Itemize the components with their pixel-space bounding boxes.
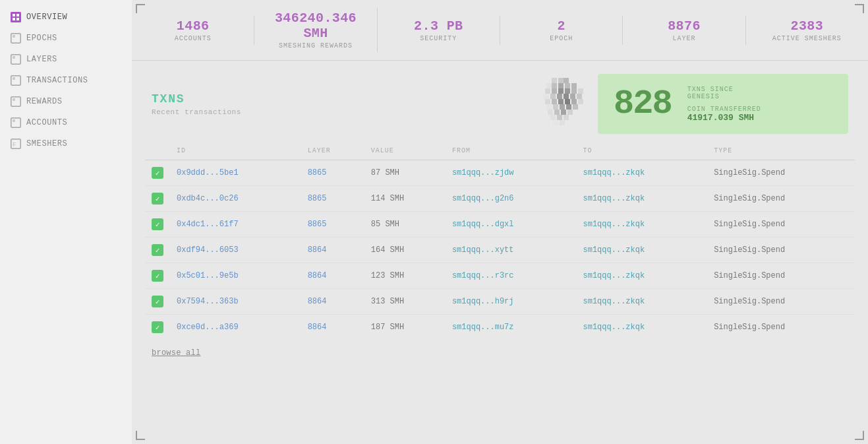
- tx-id-link-6[interactable]: 0xce0d...a369: [177, 323, 239, 332]
- stat-security-label: Security: [384, 35, 493, 42]
- check-icon-5: ✓: [152, 296, 163, 307]
- tx-from-link-0[interactable]: sm1qqq...zjdw: [452, 168, 514, 177]
- tx-to-link-1[interactable]: sm1qqq...zkqk: [583, 194, 645, 203]
- col-value: Value: [364, 144, 446, 160]
- svg-rect-56: [553, 120, 558, 125]
- svg-rect-25: [571, 83, 577, 88]
- svg-rect-19: [558, 78, 564, 83]
- row-from-0: sm1qqq...zjdw: [446, 160, 577, 186]
- svg-rect-49: [548, 110, 553, 115]
- sidebar-item-epochs[interactable]: Epochs: [0, 28, 132, 49]
- tx-from-link-3[interactable]: sm1qqq...xytt: [452, 245, 514, 255]
- corner-bracket-br: [855, 431, 864, 440]
- corner-bracket-tl: [136, 4, 145, 13]
- tx-to-link-4[interactable]: sm1qqq...zkqk: [583, 271, 645, 280]
- row-value-6: 187 SMH: [364, 315, 446, 340]
- tx-from-link-4[interactable]: sm1qqq...r3rc: [452, 271, 514, 280]
- svg-rect-30: [571, 88, 577, 94]
- tx-from-link-2[interactable]: sm1qqq...dgxl: [452, 220, 514, 229]
- col-from: From: [446, 144, 577, 160]
- row-check-0: ✓: [145, 160, 170, 186]
- row-type-5: SingleSig.Spend: [707, 289, 855, 315]
- tx-layer-link-3[interactable]: 8864: [308, 245, 327, 255]
- stat-epoch-label: Epoch: [507, 35, 616, 42]
- tx-layer-link-5[interactable]: 8864: [308, 297, 327, 306]
- svg-rect-1: [13, 14, 15, 16]
- row-layer-6: 8864: [301, 315, 364, 340]
- tx-id-link-0[interactable]: 0x9ddd...5be1: [177, 168, 239, 177]
- row-type-0: SingleSig.Spend: [707, 160, 855, 186]
- sidebar-item-overview[interactable]: Overview: [0, 7, 132, 28]
- stats-bar: 1486 Accounts 346240.346 SMH Smeshing Re…: [132, 0, 868, 61]
- tx-id-link-2[interactable]: 0x4dc1...61f7: [177, 220, 239, 229]
- svg-rect-42: [571, 99, 577, 104]
- svg-rect-37: [577, 94, 582, 99]
- svg-rect-2: [16, 14, 19, 16]
- row-from-5: sm1qqq...h9rj: [446, 289, 577, 315]
- row-layer-3: 8864: [301, 238, 364, 263]
- tx-layer-link-1[interactable]: 8865: [308, 194, 327, 203]
- tx-to-link-5[interactable]: sm1qqq...zkqk: [583, 297, 645, 306]
- row-id-2: 0x4dc1...61f7: [170, 212, 301, 238]
- accounts-icon: [11, 117, 21, 128]
- svg-rect-52: [567, 110, 573, 115]
- txns-subtitle: Recent transactions: [152, 108, 519, 116]
- smeshers-icon: F: [11, 139, 21, 149]
- sidebar-item-rewards[interactable]: Rewards: [0, 91, 132, 112]
- tx-to-link-6[interactable]: sm1qqq...zkqk: [583, 323, 645, 332]
- sidebar-item-smeshers[interactable]: F Smeshers: [0, 133, 132, 154]
- svg-rect-51: [561, 110, 566, 115]
- svg-rect-20: [564, 78, 569, 83]
- sidebar-item-accounts[interactable]: Accounts: [0, 112, 132, 133]
- browse-all-link[interactable]: browse all: [152, 348, 200, 358]
- transactions-icon: [11, 75, 21, 86]
- stat-active-smeshers-label: Active Smeshers: [753, 35, 861, 42]
- tx-layer-link-2[interactable]: 8865: [308, 220, 327, 229]
- row-from-3: sm1qqq...xytt: [446, 238, 577, 263]
- green-stats-details: TXNS SINCE GENESIS COIN TRANSFERRED 4191…: [687, 86, 761, 123]
- coin-value: 41917.039 SMH: [687, 113, 761, 123]
- table-row: ✓ 0x5c01...9e5b 8864 123 SMH sm1qqq...r3…: [145, 263, 855, 289]
- svg-rect-4: [16, 18, 19, 20]
- sidebar-item-transactions[interactable]: Transactions: [0, 70, 132, 91]
- tx-to-link-2[interactable]: sm1qqq...zkqk: [583, 220, 645, 229]
- row-from-2: sm1qqq...dgxl: [446, 212, 577, 238]
- table-row: ✓ 0xce0d...a369 8864 187 SMH sm1qqq...mu…: [145, 315, 855, 340]
- tx-id-link-1[interactable]: 0xdb4c...0c26: [177, 194, 239, 203]
- svg-rect-21: [546, 83, 552, 88]
- tx-id-link-3[interactable]: 0xdf94...6053: [177, 245, 239, 255]
- stat-accounts: 1486 Accounts: [132, 16, 254, 45]
- tx-from-link-1[interactable]: sm1qqq...g2n6: [452, 194, 514, 203]
- check-icon-2: ✓: [152, 218, 163, 230]
- svg-rect-14: [13, 119, 15, 122]
- svg-rect-0: [11, 12, 21, 22]
- row-check-5: ✓: [145, 289, 170, 315]
- txns-title-block: TXNS Recent transactions: [152, 92, 519, 116]
- row-value-2: 85 SMH: [364, 212, 446, 238]
- tx-from-link-6[interactable]: sm1qqq...mu7z: [452, 323, 514, 332]
- tx-id-link-5[interactable]: 0x7594...363b: [177, 297, 239, 306]
- tx-to-link-3[interactable]: sm1qqq...zkqk: [583, 245, 645, 255]
- corner-bracket-bl: [136, 431, 145, 440]
- tx-layer-link-6[interactable]: 8864: [308, 323, 327, 332]
- row-value-4: 123 SMH: [364, 263, 446, 289]
- sidebar-item-layers[interactable]: Layers: [0, 49, 132, 70]
- tx-to-link-0[interactable]: sm1qqq...zkqk: [583, 168, 645, 177]
- col-to: To: [577, 144, 708, 160]
- table-row: ✓ 0xdb4c...0c26 8865 114 SMH sm1qqq...g2…: [145, 186, 855, 212]
- tx-layer-link-4[interactable]: 8864: [308, 271, 327, 280]
- row-id-1: 0xdb4c...0c26: [170, 186, 301, 212]
- pixel-art-decoration: [532, 78, 585, 131]
- svg-rect-35: [564, 94, 569, 99]
- svg-rect-43: [578, 99, 583, 104]
- svg-rect-12: [13, 98, 15, 101]
- txns-header: TXNS Recent transactions: [132, 61, 868, 144]
- tx-layer-link-0[interactable]: 8865: [308, 168, 327, 177]
- coin-transferred-block: COIN TRANSFERRED 41917.039 SMH: [687, 106, 761, 123]
- col-layer: Layer: [301, 144, 364, 160]
- tx-from-link-5[interactable]: sm1qqq...h9rj: [452, 297, 514, 306]
- tx-id-link-4[interactable]: 0x5c01...9e5b: [177, 271, 239, 280]
- row-id-5: 0x7594...363b: [170, 289, 301, 315]
- svg-rect-38: [545, 99, 550, 104]
- row-from-1: sm1qqq...g2n6: [446, 186, 577, 212]
